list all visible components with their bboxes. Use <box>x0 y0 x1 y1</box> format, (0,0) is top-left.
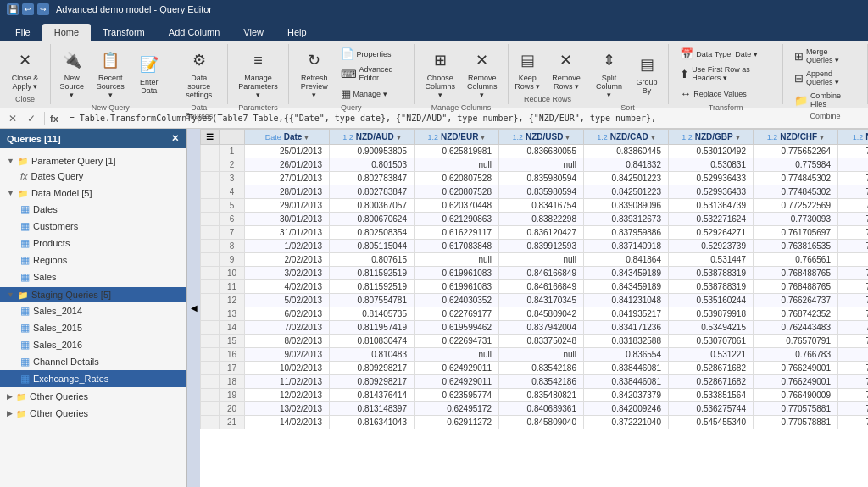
icon: ⇕ <box>597 48 620 72</box>
query-item-2-2[interactable]: ▦Sales_2016 <box>0 336 186 353</box>
sidebar-collapse-arrow[interactable]: ◀ <box>186 129 200 487</box>
query-group-header-2[interactable]: ▼ 📁 Staging Queries [5] <box>0 287 186 302</box>
col-header-NZD/USD[interactable]: 1.2 NZD/USD ▾ <box>499 130 584 145</box>
chevron-icon: ▼ <box>7 291 14 299</box>
formula-confirm-icon[interactable]: ✓ <box>24 111 39 126</box>
query-item-2-3[interactable]: ▦Channel Details <box>0 353 186 370</box>
row-select[interactable] <box>201 307 220 321</box>
col-filter-icon[interactable]: ▾ <box>651 133 655 141</box>
row-select[interactable] <box>201 213 220 226</box>
ribbon-btn-usefirstrowashe[interactable]: ⬆Use First Row as Headers ▾ <box>676 64 776 84</box>
ribbon-btn-replacevalues[interactable]: ↔Replace Values <box>676 86 776 102</box>
ribbon-btn-appendqueries▾[interactable]: ⊟Append Queries ▾ <box>790 68 860 88</box>
row-select[interactable] <box>201 402 220 416</box>
ribbon-btn-groupby[interactable]: ▤Group By <box>630 50 664 97</box>
query-item-1-0[interactable]: ▦Dates <box>0 201 186 218</box>
row-select[interactable] <box>201 348 220 362</box>
row-select[interactable] <box>201 362 220 375</box>
col-filter-icon[interactable]: ▾ <box>304 133 309 141</box>
ribbon-btn-datatype:date▾[interactable]: 📅Data Type: Date ▾ <box>676 46 776 62</box>
query-item-1-4[interactable]: ▦Sales <box>0 268 186 285</box>
query-item-1-3[interactable]: ▦Regions <box>0 252 186 268</box>
ribbon-btn-keeprows▾[interactable]: ▤Keep Rows ▾ <box>510 46 544 93</box>
row-select[interactable] <box>201 145 220 158</box>
ribbon-btn-combinefiles[interactable]: 📁Combine Files <box>790 90 860 110</box>
row-select[interactable] <box>201 416 220 429</box>
col-header-NZD/AUD[interactable]: 1.2 NZD/AUD ▾ <box>330 130 415 145</box>
row-select[interactable] <box>201 253 220 267</box>
query-item-0-0[interactable]: fxDates Query <box>0 169 186 184</box>
row-select[interactable] <box>201 280 220 294</box>
col-filter-icon[interactable]: ▾ <box>820 133 824 141</box>
data-cell: 0.842501223 <box>584 172 669 185</box>
row-select[interactable] <box>201 335 220 348</box>
ribbon-tab-add column[interactable]: Add Column <box>157 24 232 41</box>
ribbon-tab-view[interactable]: View <box>231 24 275 41</box>
redo-icon[interactable]: ↪ <box>37 3 49 15</box>
row-select[interactable] <box>201 294 220 307</box>
formula-content[interactable]: = Table.TransformColumnTypes(Table7_Tabl… <box>70 113 863 123</box>
ribbon-btn-removecolumns▾[interactable]: ✕Remove Columns ▾ <box>463 46 502 102</box>
col-header-NZD/GBP[interactable]: 1.2 NZD/GBP ▾ <box>669 130 754 145</box>
query-group-header-0[interactable]: ▼ 📁 Parameter Query [1] <box>0 153 186 169</box>
col-header-NZD/JPY[interactable]: 1.2 NZD/JPY ▾ <box>838 130 869 145</box>
ribbon-btn-properties[interactable]: 📄Properties <box>337 46 407 62</box>
query-group-header-3[interactable]: ▶ 📁 Other Queries <box>0 389 186 404</box>
col-filter-icon[interactable]: ▾ <box>481 133 485 141</box>
row-select[interactable] <box>201 240 220 253</box>
query-group-header-other[interactable]: ▶ 📁 Other Queries <box>0 406 186 421</box>
col-header-NZD/CHF[interactable]: 1.2 NZD/CHF ▾ <box>754 130 838 145</box>
icon: ▦ <box>341 87 351 100</box>
row-select[interactable] <box>201 158 220 172</box>
ribbon-tab-transform[interactable]: Transform <box>91 24 157 41</box>
col-header-NZD/EUR[interactable]: 1.2 NZD/EUR ▾ <box>415 130 499 145</box>
ribbon-btn-removerows▾[interactable]: ✕Remove Rows ▾ <box>548 46 585 93</box>
query-item-2-0[interactable]: ▦Sales_2014 <box>0 302 186 319</box>
col-header-NZD/CAD[interactable]: 1.2 NZD/CAD ▾ <box>584 130 669 145</box>
ribbon-btn-manage▾[interactable]: ▦Manage ▾ <box>337 86 407 102</box>
ribbon-btn-manageparameter[interactable]: ≡Manage Parameters ▾ <box>234 46 282 102</box>
undo-icon[interactable]: ↩ <box>22 3 34 15</box>
col-filter-icon[interactable]: ▾ <box>736 133 740 141</box>
ribbon-tab-help[interactable]: Help <box>275 24 319 41</box>
row-select[interactable] <box>201 185 220 199</box>
label: New Source ▾ <box>59 74 85 99</box>
data-cell: 0.530831 <box>669 158 754 172</box>
query-item-2-1[interactable]: ▦Sales_2015 <box>0 319 186 336</box>
ribbon-btn-enterdata[interactable]: 📝Enter Data <box>132 50 166 97</box>
save-icon[interactable]: 💾 <box>7 3 19 15</box>
data-cell: 0.531221 <box>669 348 754 362</box>
ribbon-btn-datasourcesetti[interactable]: ⚙Data source settings <box>177 46 220 102</box>
ribbon-btn-newsource▾[interactable]: 🔌New Source ▾ <box>55 46 89 102</box>
ribbon-btn-splitcolumn▾[interactable]: ⇕Split Column ▾ <box>592 46 626 102</box>
formula-cancel-icon[interactable]: ✕ <box>5 111 20 126</box>
row-select[interactable] <box>201 321 220 335</box>
row-select[interactable] <box>201 267 220 280</box>
query-item-1-2[interactable]: ▦Products <box>0 235 186 252</box>
data-grid-container[interactable]: ☰ Date Date ▾ 1.2 NZD/AUD ▾ 1.2 NZD/EUR … <box>200 129 868 487</box>
col-filter-icon[interactable]: ▾ <box>565 133 570 141</box>
col-header-Date[interactable]: Date Date ▾ <box>245 130 330 145</box>
data-cell: 0.836680055 <box>499 145 584 158</box>
row-select[interactable] <box>201 172 220 185</box>
ribbon-tab-home[interactable]: Home <box>42 24 91 41</box>
query-item-2-4[interactable]: ▦Exchcange_Rates <box>0 370 186 387</box>
ribbon-btn-close&apply▾[interactable]: ✕Close & Apply ▾ <box>8 46 43 93</box>
row-select[interactable] <box>201 375 220 389</box>
ribbon-btn-refreshpreview▾[interactable]: ↻Refresh Preview ▾ <box>296 46 332 102</box>
ribbon-tab-file[interactable]: File <box>3 24 42 41</box>
row-select[interactable] <box>201 389 220 402</box>
ribbon-btn-mergequeries▾[interactable]: ⊞Merge Queries ▾ <box>790 46 860 66</box>
sidebar-close-icon[interactable]: ✕ <box>171 133 179 144</box>
ribbon-btn-advancededitor[interactable]: ⌨Advanced Editor <box>337 64 407 84</box>
query-item-1-1[interactable]: ▦Customers <box>0 218 186 235</box>
row-select[interactable] <box>201 226 220 240</box>
select-all-header[interactable]: ☰ <box>201 130 220 145</box>
table-icon: ▦ <box>20 271 30 283</box>
ribbon-btn-choosecolumns▾[interactable]: ⊞Choose Columns ▾ <box>420 46 459 102</box>
col-filter-icon[interactable]: ▾ <box>397 133 401 141</box>
date-cell: 31/01/2013 <box>245 226 330 240</box>
ribbon-btn-recentsources▾[interactable]: 📋Recent Sources ▾ <box>92 46 129 102</box>
query-group-header-1[interactable]: ▼ 📁 Data Model [5] <box>0 185 186 201</box>
row-select[interactable] <box>201 199 220 213</box>
